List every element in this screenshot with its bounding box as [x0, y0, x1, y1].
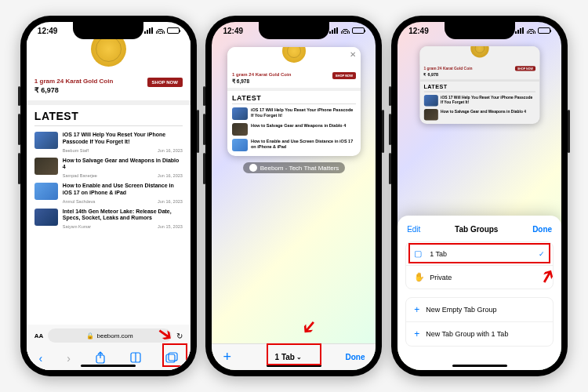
article-date: Jun 16, 2023: [158, 148, 183, 153]
product-price: ₹ 6,978: [34, 86, 113, 94]
status-time: 12:49: [223, 27, 243, 35]
plus-icon: +: [414, 328, 419, 339]
wifi-icon: [341, 27, 350, 34]
article-row[interactable]: How to Salvage Gear and Weapons in Diabl…: [27, 155, 191, 181]
favicon-icon: [249, 164, 257, 172]
close-tab-icon[interactable]: ✕: [350, 50, 356, 59]
tabs-icon[interactable]: [165, 352, 178, 365]
tab-group-label: 1 Tab: [430, 250, 447, 258]
signal-icon: [515, 27, 524, 34]
signal-icon: [329, 27, 339, 34]
article-author: Satyam Kumar: [63, 224, 91, 229]
tab-title: Beebom - Tech That Matters: [260, 165, 339, 172]
article-date: Jun 15, 2023: [158, 224, 183, 229]
new-empty-tab-group[interactable]: + New Empty Tab Group: [406, 298, 553, 322]
action-label: New Tab Group with 1 Tab: [426, 330, 508, 338]
article-thumb: [34, 132, 58, 149]
article-author: Sampad Banerjee: [63, 173, 97, 178]
article-title: iOS 17 Will Help You Reset Your iPhone P…: [251, 107, 356, 118]
tab-group-list: ▢ 1 Tab ✓ ✋ Private: [405, 241, 554, 289]
article-row[interactable]: iOS 17 Will Help You Reset Your iPhone P…: [27, 129, 191, 155]
tab-icon: ▢: [414, 249, 423, 259]
checkmark-icon: ✓: [539, 250, 545, 258]
battery-icon: [167, 27, 180, 34]
wifi-icon: [527, 27, 535, 34]
article-thumb: [34, 183, 58, 200]
bookmarks-icon[interactable]: [130, 352, 141, 365]
tab-group-item[interactable]: ▢ 1 Tab ✓: [406, 242, 553, 266]
article-thumb: [34, 158, 58, 175]
article-row: How to Enable and Use Screen Distance in…: [227, 137, 361, 156]
tab-card-label: Beebom - Tech That Matters: [243, 162, 346, 173]
chevron-down-icon: ⌄: [296, 354, 302, 361]
phone-1: 12:49 1 gram 24 Karat Gold Coin ₹ 6,978 …: [20, 16, 197, 376]
lock-icon: 🔒: [86, 332, 94, 339]
back-icon[interactable]: ‹: [38, 352, 42, 365]
article-title: How to Salvage Gear and Weapons in Diabl…: [63, 158, 183, 172]
product-price: ₹ 6,978: [232, 78, 291, 85]
battery-icon: [538, 27, 550, 34]
tab-group-actions: + New Empty Tab Group + New Tab Group wi…: [405, 297, 554, 347]
tab-groups-sheet: Edit Tab Groups Done ▢ 1 Tab ✓ ✋ Private…: [397, 216, 561, 370]
shop-now-button: SHOP NOW: [515, 66, 535, 71]
phone-2: 12:49 ✕ 1 gram 24 Karat Gold Coin ₹ 6,97…: [205, 16, 382, 376]
article-title: iOS 17 Will Help You Reset Your iPhone P…: [63, 132, 183, 146]
product-title: 1 gram 24 Karat Gold Coin: [34, 78, 113, 85]
phone-3: 12:49 1 gram 24 Karat Gold Coin ₹ 6,978 …: [391, 16, 568, 376]
status-time: 12:49: [38, 27, 58, 35]
product-price: ₹ 6,978: [424, 71, 473, 76]
shop-now-button[interactable]: SHOP NOW: [147, 78, 183, 87]
article-title: How to Salvage Gear and Weapons in Diabl…: [251, 123, 356, 129]
article-date: Jun 16, 2023: [158, 199, 183, 204]
tab-card[interactable]: ✕ 1 gram 24 Karat Gold Coin ₹ 6,978 SHOP…: [227, 47, 361, 156]
new-tab-group-with-tab[interactable]: + New Tab Group with 1 Tab: [406, 322, 553, 346]
done-button[interactable]: Done: [532, 225, 552, 234]
tab-group-selector[interactable]: 1 Tab ⌄: [275, 353, 302, 361]
article-row[interactable]: Intel 14th Gen Meteor Lake: Release Date…: [27, 206, 191, 232]
address-bar[interactable]: 🔒 beebom.com: [48, 328, 171, 343]
action-label: New Empty Tab Group: [426, 306, 496, 314]
article-title: Intel 14th Gen Meteor Lake: Release Date…: [63, 209, 183, 223]
latest-heading: LATEST: [227, 91, 361, 103]
private-icon: ✋: [414, 272, 423, 282]
address-domain: beebom.com: [96, 332, 132, 339]
product-row[interactable]: 1 gram 24 Karat Gold Coin ₹ 6,978 SHOP N…: [27, 74, 191, 105]
sheet-title: Tab Groups: [455, 225, 498, 234]
signal-icon: [144, 27, 154, 34]
article-row[interactable]: How to Enable and Use Screen Distance in…: [27, 180, 191, 206]
product-title: 1 gram 24 Karat Gold Coin: [232, 72, 291, 77]
product-title: 1 gram 24 Karat Gold Coin: [424, 66, 473, 70]
status-time: 12:49: [408, 27, 429, 35]
article-row: iOS 17 Will Help You Reset Your iPhone P…: [227, 106, 361, 122]
tab-card: 1 gram 24 Karat Gold Coin ₹ 6,978 SHOP N…: [419, 46, 539, 124]
article-author: Beebom Staff: [63, 148, 89, 153]
article-row: How to Salvage Gear and Weapons in Diabl…: [227, 122, 361, 137]
wifi-icon: [156, 27, 165, 34]
article-thumb: [34, 209, 58, 226]
product-image: [27, 39, 191, 74]
article-date: Jun 16, 2023: [158, 173, 183, 178]
tab-group-label: Private: [430, 274, 452, 281]
article-title: iOS 17 Will Help You Reset Your iPhone P…: [441, 95, 535, 104]
battery-icon: [352, 27, 365, 34]
latest-heading: LATEST: [27, 105, 191, 125]
text-size-button[interactable]: AA: [34, 332, 44, 339]
forward-icon[interactable]: ›: [67, 352, 71, 365]
done-button[interactable]: Done: [345, 353, 365, 361]
shop-now-button: SHOP NOW: [332, 72, 356, 79]
article-title: How to Enable and Use Screen Distance in…: [251, 139, 356, 150]
new-tab-button[interactable]: +: [223, 349, 231, 365]
tab-count-label: 1 Tab: [275, 353, 295, 361]
article-title: How to Enable and Use Screen Distance in…: [63, 183, 183, 197]
share-icon[interactable]: [95, 351, 106, 366]
tab-group-private[interactable]: ✋ Private: [406, 266, 553, 289]
plus-icon: +: [414, 304, 419, 315]
article-author: Anmol Sachdeva: [63, 199, 96, 204]
edit-button[interactable]: Edit: [407, 225, 420, 234]
latest-heading: LATEST: [419, 82, 539, 92]
reload-icon[interactable]: ↻: [176, 332, 183, 340]
article-title: How to Salvage Gear and Weapons in Diabl…: [441, 109, 535, 114]
